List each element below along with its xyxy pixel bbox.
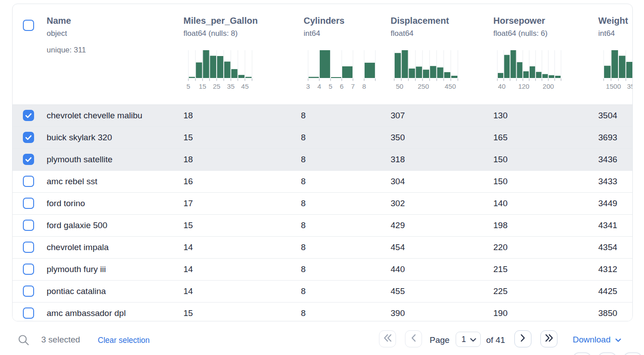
cell-name: ford torino — [47, 193, 85, 214]
cutoff-button-1 — [573, 352, 592, 355]
download-label: Download — [573, 335, 611, 345]
table-header: Name object unique: 311 Miles_per_Gallon… — [13, 4, 632, 105]
row-checkbox[interactable] — [23, 110, 34, 121]
search-icon[interactable] — [17, 334, 30, 348]
svg-text:6: 6 — [340, 82, 344, 90]
select-all-checkbox[interactable] — [23, 20, 34, 31]
column-title[interactable]: Horsepower — [493, 16, 548, 26]
column-title[interactable]: Name — [47, 16, 86, 26]
cell-cylinders: 8 — [301, 193, 306, 214]
prev-page-button[interactable] — [405, 330, 422, 347]
table-body: chevrolet chevelle malibu1883071303504bu… — [13, 105, 632, 321]
svg-text:45: 45 — [241, 82, 249, 90]
table-row: buick skylark 3201583501653693 — [13, 127, 632, 149]
cell-displacement: 390 — [391, 303, 405, 321]
svg-text:5: 5 — [187, 82, 190, 90]
svg-text:200: 200 — [543, 82, 554, 90]
table-row: amc rebel sst1683041503433 — [13, 171, 632, 193]
table-row: plymouth fury iii1484402154312 — [13, 259, 632, 281]
last-page-button[interactable] — [540, 330, 557, 347]
cell-miles-per-gallon: 15 — [183, 215, 193, 236]
download-button[interactable]: Download — [573, 335, 621, 345]
svg-text:3: 3 — [306, 82, 310, 90]
cell-cylinders: 8 — [301, 281, 306, 302]
cell-displacement: 454 — [391, 237, 405, 258]
histogram-displacement[interactable]: 50250450 — [394, 50, 458, 93]
row-checkbox[interactable] — [23, 264, 34, 275]
cutoff-button-2 — [598, 352, 617, 355]
page-select-value: 1 — [461, 335, 466, 344]
row-checkbox[interactable] — [23, 286, 34, 297]
cell-cylinders: 8 — [301, 303, 306, 321]
svg-text:25: 25 — [213, 82, 221, 90]
svg-text:35: 35 — [227, 82, 235, 90]
cell-cylinders: 8 — [301, 215, 306, 236]
column-title[interactable]: Weight — [598, 16, 628, 26]
svg-text:15: 15 — [199, 82, 206, 90]
cell-weight: 3693 — [598, 127, 617, 148]
next-page-button[interactable] — [514, 330, 531, 347]
histogram-horsepower[interactable]: 40120200 — [497, 50, 561, 93]
histogram-cylinders[interactable]: 345678 — [308, 50, 375, 93]
cell-miles-per-gallon: 15 — [183, 127, 193, 148]
cell-horsepower: 225 — [493, 281, 508, 302]
table-row: amc ambassador dpl1583901903850 — [13, 303, 632, 321]
table-row: chevrolet impala1484542204354 — [13, 237, 632, 259]
histogram-miles-per-gallon[interactable]: 515253545 — [188, 50, 252, 93]
cell-horsepower: 215 — [493, 259, 508, 280]
row-checkbox[interactable] — [23, 198, 34, 209]
row-checkbox[interactable] — [23, 154, 34, 165]
cell-miles-per-gallon: 14 — [183, 281, 193, 302]
svg-text:5: 5 — [329, 82, 332, 90]
column-header-name: Name object unique: 311 — [47, 16, 86, 55]
cell-name: pontiac catalina — [47, 281, 106, 302]
cell-cylinders: 8 — [301, 237, 306, 258]
row-checkbox[interactable] — [23, 132, 34, 143]
row-checkbox[interactable] — [23, 176, 34, 187]
cell-horsepower: 140 — [493, 193, 508, 214]
cell-displacement: 307 — [391, 105, 405, 126]
cell-displacement: 455 — [391, 281, 405, 302]
cell-displacement: 318 — [391, 149, 405, 170]
cell-weight: 3449 — [598, 193, 617, 214]
cell-name: amc rebel sst — [47, 171, 97, 192]
row-checkbox[interactable] — [23, 220, 34, 231]
column-header-weight: Weight int64 — [598, 16, 628, 38]
cell-weight: 4354 — [598, 237, 617, 258]
cell-weight: 4425 — [598, 281, 617, 302]
cell-miles-per-gallon: 18 — [183, 149, 193, 170]
cell-horsepower: 130 — [493, 105, 508, 126]
table-row: ford galaxie 5001584291984341 — [13, 215, 632, 237]
svg-text:4: 4 — [318, 82, 321, 90]
cell-horsepower: 165 — [493, 127, 508, 148]
cell-weight: 3504 — [598, 105, 617, 126]
column-title[interactable]: Displacement — [391, 16, 449, 26]
cell-name: plymouth satellite — [47, 149, 113, 170]
data-table-widget: Name object unique: 311 Miles_per_Gallon… — [0, 0, 644, 355]
cell-cylinders: 8 — [301, 171, 306, 192]
cell-miles-per-gallon: 17 — [183, 193, 193, 214]
table-row: pontiac catalina1484552254425 — [13, 281, 632, 303]
first-page-button[interactable] — [379, 330, 396, 347]
cell-displacement: 350 — [391, 127, 405, 148]
page-select[interactable]: 1 — [456, 332, 481, 347]
clear-selection-link[interactable]: Clear selection — [98, 336, 150, 345]
cutoff-button-3 — [623, 352, 642, 355]
cell-displacement: 304 — [391, 171, 405, 192]
row-checkbox[interactable] — [23, 242, 34, 253]
cell-name: amc ambassador dpl — [47, 303, 126, 321]
column-header-cylinders: Cylinders int64 — [304, 16, 344, 38]
cell-cylinders: 8 — [301, 127, 306, 148]
cell-displacement: 302 — [391, 193, 405, 214]
column-title[interactable]: Miles_per_Gallon — [183, 16, 258, 26]
svg-text:250: 250 — [418, 82, 429, 90]
svg-text:3500: 3500 — [627, 82, 633, 90]
column-title[interactable]: Cylinders — [304, 16, 344, 26]
cell-horsepower: 150 — [493, 171, 508, 192]
cell-weight: 4341 — [598, 215, 617, 236]
histogram-weight[interactable]: 15003500 — [604, 50, 633, 93]
svg-text:7: 7 — [351, 82, 355, 90]
cell-miles-per-gallon: 16 — [183, 171, 193, 192]
row-checkbox[interactable] — [23, 307, 34, 319]
svg-text:40: 40 — [498, 82, 506, 90]
